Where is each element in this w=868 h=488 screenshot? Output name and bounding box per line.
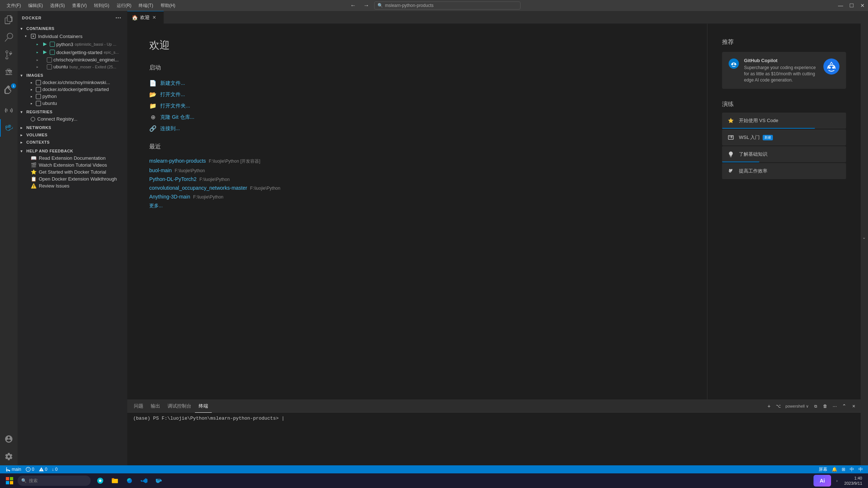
star-icon: ⭐ [31, 169, 37, 175]
activity-search[interactable] [0, 29, 18, 46]
images-section-header[interactable]: IMAGES [18, 72, 127, 79]
status-layout[interactable]: ⊞ [839, 467, 848, 472]
terminal-close-button[interactable]: × [850, 402, 858, 410]
activity-source-control[interactable] [0, 46, 18, 64]
help-section-header[interactable]: HELP AND FEEDBACK [18, 147, 127, 155]
exercise-item-0[interactable]: 开始使用 VS Code [722, 113, 846, 129]
taskbar-chevron[interactable]: › [833, 475, 841, 487]
review-issues-item[interactable]: ⚠️ Review Issues [18, 182, 127, 189]
sidebar-more-button[interactable]: ··· [114, 14, 123, 22]
get-started-docker-item[interactable]: ⭐ Get Started with Docker Tutorial [18, 169, 127, 175]
ai-badge-label: Ai [820, 478, 825, 484]
taskbar-app-browser[interactable] [94, 474, 107, 487]
container-docker-getting-started[interactable]: ▸ docker/getting-started epic_s... [18, 48, 127, 56]
terminal-more-button[interactable]: ··· [831, 402, 839, 410]
container-ubuntu[interactable]: ▸ ubuntu busy_moser - Exited (25... [18, 63, 127, 70]
menu-edit[interactable]: 编辑(E) [25, 0, 46, 11]
action-new-file[interactable]: 📄 新建文件... [149, 77, 685, 89]
terminal-add-button[interactable]: + [765, 402, 773, 410]
container-python3[interactable]: ▸ python3 optimistic_bassi - Up ... [18, 40, 127, 48]
activity-extensions[interactable]: 1 [0, 81, 18, 99]
status-errors[interactable]: 0 [23, 465, 37, 473]
titlebar-center: ← → 🔍 mslearn-python-products [348, 0, 521, 11]
action-open-folder[interactable]: 📁 打开文件夹... [149, 100, 685, 111]
nav-back-button[interactable]: ← [348, 0, 359, 11]
terminal-copy-button[interactable]: ⧉ [812, 402, 820, 410]
terminal-tab-debug[interactable]: 调试控制台 [164, 400, 195, 413]
taskbar-clock[interactable]: 1:40 2023/9/11 [841, 476, 865, 486]
right-drawer[interactable]: › [861, 11, 868, 465]
activity-accounts[interactable] [0, 430, 18, 448]
recent-item-0[interactable]: mslearn-python-products F:\luojie\Python… [149, 156, 685, 166]
terminal-tab-terminal[interactable]: 终端 [195, 400, 212, 413]
recent-more-link[interactable]: 更多... [149, 203, 685, 209]
ai-badge[interactable]: Ai [813, 475, 831, 487]
image-python[interactable]: ▸ python [18, 93, 127, 100]
menu-view[interactable]: 查看(V) [68, 0, 90, 11]
recent-item-2[interactable]: Python-DL-PyTorch2 F:\luojie\Python [149, 175, 685, 184]
open-docker-walkthrough-item[interactable]: 📋 Open Docker Extension Walkthrough [18, 175, 127, 182]
taskbar-start-button[interactable] [3, 474, 16, 487]
terminal-tab-output[interactable]: 输出 [147, 400, 164, 413]
recent-item-3[interactable]: convolutional_occupancy_networks-master … [149, 184, 685, 192]
menu-terminal[interactable]: 终端(T) [135, 0, 157, 11]
image-getting-started[interactable]: ▸ docker.io/docker/getting-started [18, 86, 127, 93]
search-bar[interactable]: 🔍 mslearn-python-products [374, 1, 521, 10]
taskbar-app-vscode[interactable] [138, 474, 151, 487]
watch-tutorial-videos-item[interactable]: 🎬 Watch Extension Tutorial Videos [18, 162, 127, 169]
volumes-section-header[interactable]: VOLUMES [18, 131, 127, 139]
exercise-item-3[interactable]: 提高工作效率 [722, 163, 846, 179]
terminal-split-button[interactable]: ⌥ [774, 402, 782, 410]
container-chevron-4: ▸ [37, 65, 42, 69]
individual-containers-group[interactable]: ▾ Individual Containers [18, 32, 127, 40]
tab-welcome[interactable]: 🏠 欢迎 × [127, 11, 164, 24]
menu-help[interactable]: 帮助(H) [157, 0, 179, 11]
taskbar-app-docker[interactable] [152, 474, 165, 487]
terminal-trash-button[interactable]: 🗑 [821, 402, 829, 410]
taskbar-app-edge[interactable] [123, 474, 136, 487]
read-extension-docs-item[interactable]: 📖 Read Extension Documentation [18, 155, 127, 162]
exercise-item-1[interactable]: WSL 入门 新建 [722, 129, 846, 145]
container-chrischoy[interactable]: ▸ chrischoy/minkowski_enginei... [18, 56, 127, 63]
menu-goto[interactable]: 转到(G) [90, 0, 113, 11]
action-clone-git[interactable]: ⊕ 克隆 Git 仓库... [149, 111, 685, 123]
activity-docker[interactable] [0, 119, 18, 137]
contexts-section-header[interactable]: CONTEXTS [18, 139, 127, 146]
maximize-button[interactable]: ☐ [846, 0, 857, 11]
connect-registry-item[interactable]: Connect Registry... [18, 116, 127, 122]
registries-section-header[interactable]: REGISTRIES [18, 108, 127, 116]
status-bell[interactable]: 🔔 [830, 467, 839, 472]
image-minkowski[interactable]: ▸ docker.io/chrischoy/minkowski... [18, 79, 127, 86]
menu-select[interactable]: 选择(S) [46, 0, 68, 11]
recent-item-4[interactable]: Anything-3D-main F:\luojie\Python [149, 192, 685, 201]
status-sync[interactable]: ↓ 0 [49, 465, 60, 473]
copilot-card[interactable]: GitHub Copilot Supercharge your coding e… [722, 52, 846, 89]
action-open-file[interactable]: 📂 打开文件... [149, 89, 685, 100]
taskbar-search-box[interactable]: 🔍 搜索 [18, 476, 91, 486]
image-ubuntu[interactable]: ▸ ubuntu [18, 100, 127, 107]
terminal-maximize-button[interactable]: ⌃ [840, 402, 848, 410]
status-branch[interactable]: main [3, 465, 23, 473]
exercise-item-2[interactable]: 了解基础知识 [722, 146, 846, 162]
menu-file[interactable]: 文件(F) [3, 0, 25, 11]
menu-run[interactable]: 运行(R) [113, 0, 135, 11]
networks-section-header[interactable]: NETWORKS [18, 124, 127, 131]
close-button[interactable]: ✕ [857, 0, 868, 11]
status-screen[interactable]: 屏幕 [816, 466, 830, 473]
status-warnings[interactable]: 0 [37, 465, 50, 473]
registry-circle-icon [31, 117, 35, 121]
status-lang2[interactable]: 中 [856, 466, 865, 473]
activity-remote[interactable] [0, 102, 18, 119]
terminal-tab-problems[interactable]: 问题 [130, 400, 147, 413]
taskbar-app-explorer[interactable] [108, 474, 121, 487]
activity-run-debug[interactable] [0, 64, 18, 81]
status-lang1[interactable]: 中 [848, 466, 856, 473]
nav-forward-button[interactable]: → [361, 0, 372, 11]
activity-explorer[interactable] [0, 11, 18, 29]
minimize-button[interactable]: — [835, 0, 846, 11]
containers-section-header[interactable]: CONTAINERS [18, 25, 127, 32]
tab-close-button[interactable]: × [153, 14, 156, 21]
recent-item-1[interactable]: buol-main F:\luojie\Python [149, 166, 685, 175]
action-connect[interactable]: 🔗 连接到... [149, 123, 685, 134]
activity-settings[interactable] [0, 448, 18, 465]
